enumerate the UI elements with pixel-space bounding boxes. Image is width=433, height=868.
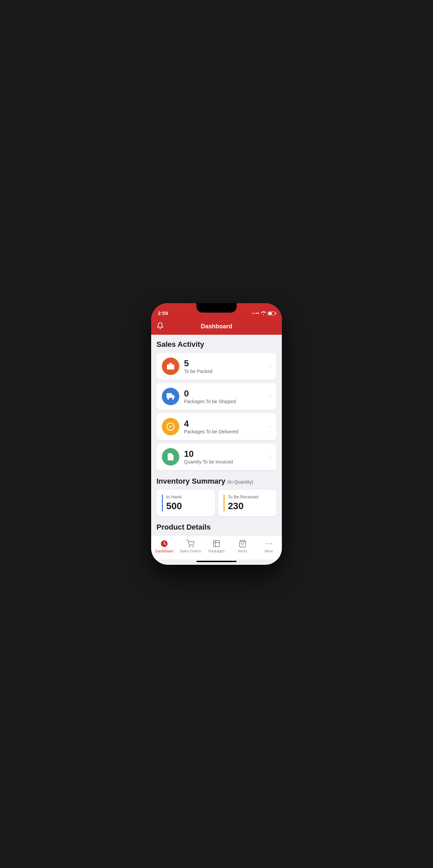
inventory-title: Inventory Summary (In Quantity) [157, 477, 276, 486]
inventory-card-received[interactable]: To Be Received 230 [218, 490, 276, 516]
inventory-grid: In Hand 500 To Be Received 230 [157, 490, 276, 516]
delivered-label: Packages To be Delivered [184, 429, 265, 434]
svg-rect-0 [167, 365, 174, 370]
inhand-data: In Hand 500 [166, 494, 182, 512]
svg-rect-2 [167, 393, 172, 398]
shipped-chevron: › [269, 394, 271, 399]
inhand-label: In Hand [166, 494, 182, 499]
inventory-subtitle: (In Quantity) [228, 479, 253, 485]
phone-frame: 2:59 [151, 303, 282, 565]
battery-icon [268, 312, 275, 315]
nav-items[interactable]: Items [230, 539, 256, 553]
packages-icon [212, 539, 221, 548]
shipped-icon [162, 388, 179, 405]
received-label: To Be Received [228, 494, 258, 499]
svg-point-16 [271, 543, 272, 544]
svg-point-10 [189, 546, 190, 547]
inhand-border [162, 494, 163, 512]
app-header: Dashboard [151, 318, 282, 335]
sales-orders-icon [186, 539, 195, 548]
svg-rect-12 [213, 541, 220, 547]
sales-activity-title: Sales Activity [157, 340, 276, 349]
invoiced-chevron: › [269, 454, 271, 460]
inventory-section: Inventory Summary (In Quantity) In Hand … [157, 477, 276, 516]
status-time: 2:59 [158, 310, 168, 316]
invoiced-count: 10 [184, 449, 265, 459]
bell-icon[interactable] [157, 322, 164, 331]
nav-dashboard[interactable]: Dashboard [151, 539, 177, 553]
svg-point-4 [167, 398, 169, 399]
header-title: Dashboard [201, 323, 232, 330]
invoiced-info: 10 Quantity To be Invoiced [184, 449, 265, 465]
notch [196, 303, 237, 313]
nav-sales-orders[interactable]: Sales Orders [177, 539, 203, 553]
svg-marker-3 [172, 395, 175, 398]
svg-point-11 [193, 546, 193, 547]
inhand-value: 500 [166, 501, 182, 512]
dashboard-icon [160, 539, 169, 548]
packed-info: 5 To be Packed [184, 359, 265, 374]
nav-packages-label: Packages [208, 549, 225, 553]
nav-more-label: More [264, 549, 273, 553]
activity-card-invoiced[interactable]: 10 Quantity To be Invoiced › [157, 443, 276, 470]
nav-dashboard-label: Dashboard [155, 549, 173, 553]
delivered-info: 4 Packages To be Delivered [184, 419, 265, 435]
svg-point-14 [266, 543, 267, 544]
activity-card-shipped[interactable]: 0 Packages To be Shipped › [157, 383, 276, 410]
more-icon [264, 539, 273, 548]
nav-sales-orders-label: Sales Orders [180, 549, 201, 553]
svg-point-15 [268, 543, 269, 544]
packed-icon [162, 358, 179, 375]
status-icons [252, 311, 275, 316]
packed-label: To be Packed [184, 369, 265, 374]
shipped-count: 0 [184, 389, 265, 398]
home-indicator [196, 561, 237, 562]
received-data: To Be Received 230 [228, 494, 258, 512]
phone-screen: 2:59 [151, 303, 282, 565]
received-value: 230 [228, 501, 258, 512]
product-section: Product Details [157, 523, 276, 532]
nav-more[interactable]: More [256, 539, 282, 553]
packed-chevron: › [269, 363, 271, 369]
bottom-nav: Dashboard Sales Orders [151, 535, 282, 559]
delivered-chevron: › [269, 424, 271, 430]
product-details-title: Product Details [157, 523, 276, 532]
sales-activity-section: Sales Activity 5 To be Packed [157, 340, 276, 470]
shipped-label: Packages To be Shipped [184, 399, 265, 404]
svg-point-5 [172, 398, 174, 399]
nav-packages[interactable]: Packages [203, 539, 230, 553]
packed-count: 5 [184, 359, 265, 368]
activity-card-packed[interactable]: 5 To be Packed › [157, 353, 276, 380]
received-border [224, 494, 225, 512]
invoiced-label: Quantity To be Invoiced [184, 459, 265, 465]
main-content: Sales Activity 5 To be Packed [151, 335, 282, 535]
invoiced-icon [162, 448, 179, 466]
wifi-icon [261, 311, 266, 316]
nav-items-label: Items [238, 549, 247, 553]
inventory-card-inhand[interactable]: In Hand 500 [157, 490, 215, 516]
signal-icon [252, 313, 259, 314]
items-icon [238, 539, 247, 548]
delivered-count: 4 [184, 419, 265, 429]
delivered-icon [162, 418, 179, 435]
activity-card-delivered[interactable]: 4 Packages To be Delivered › [157, 413, 276, 440]
shipped-info: 0 Packages To be Shipped [184, 389, 265, 404]
